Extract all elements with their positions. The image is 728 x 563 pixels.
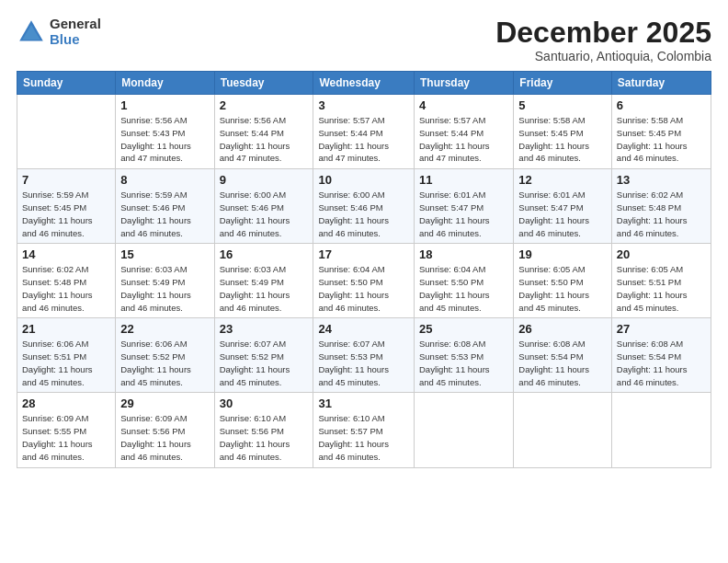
- calendar-cell: 3Sunrise: 5:57 AM Sunset: 5:44 PM Daylig…: [313, 95, 415, 169]
- day-header-saturday: Saturday: [611, 72, 711, 95]
- day-number: 15: [120, 247, 209, 261]
- day-info: Sunrise: 6:00 AM Sunset: 5:46 PM Dayligh…: [220, 190, 290, 237]
- week-row-2: 14Sunrise: 6:02 AM Sunset: 5:48 PM Dayli…: [17, 244, 711, 318]
- day-info: Sunrise: 5:59 AM Sunset: 5:46 PM Dayligh…: [120, 190, 191, 237]
- day-info: Sunrise: 6:03 AM Sunset: 5:49 PM Dayligh…: [120, 264, 191, 312]
- day-info: Sunrise: 6:06 AM Sunset: 5:52 PM Dayligh…: [120, 339, 191, 386]
- day-number: 2: [220, 98, 309, 112]
- day-header-tuesday: Tuesday: [214, 72, 313, 95]
- calendar-cell: 24Sunrise: 6:07 AM Sunset: 5:53 PM Dayli…: [313, 318, 415, 393]
- week-row-1: 7Sunrise: 5:59 AM Sunset: 5:45 PM Daylig…: [17, 169, 711, 244]
- day-number: 14: [22, 247, 110, 261]
- day-info: Sunrise: 6:09 AM Sunset: 5:55 PM Dayligh…: [22, 413, 93, 461]
- day-number: 18: [419, 247, 508, 261]
- day-number: 11: [419, 173, 508, 187]
- calendar-cell: 16Sunrise: 6:03 AM Sunset: 5:49 PM Dayli…: [214, 244, 313, 318]
- day-info: Sunrise: 5:58 AM Sunset: 5:45 PM Dayligh…: [518, 115, 589, 163]
- calendar-cell: 17Sunrise: 6:04 AM Sunset: 5:50 PM Dayli…: [313, 244, 415, 318]
- day-info: Sunrise: 6:00 AM Sunset: 5:46 PM Dayligh…: [318, 190, 389, 237]
- calendar-cell: [514, 393, 612, 467]
- day-info: Sunrise: 5:57 AM Sunset: 5:44 PM Dayligh…: [318, 115, 389, 163]
- day-info: Sunrise: 6:08 AM Sunset: 5:54 PM Dayligh…: [617, 339, 688, 386]
- day-info: Sunrise: 6:10 AM Sunset: 5:56 PM Dayligh…: [220, 413, 290, 461]
- day-info: Sunrise: 5:57 AM Sunset: 5:44 PM Dayligh…: [419, 115, 490, 163]
- day-info: Sunrise: 6:01 AM Sunset: 5:47 PM Dayligh…: [419, 190, 490, 237]
- calendar-cell: 7Sunrise: 5:59 AM Sunset: 5:45 PM Daylig…: [17, 169, 116, 244]
- day-number: 20: [617, 247, 706, 261]
- calendar: SundayMondayTuesdayWednesdayThursdayFrid…: [17, 71, 711, 467]
- calendar-cell: 23Sunrise: 6:07 AM Sunset: 5:52 PM Dayli…: [214, 318, 313, 393]
- day-info: Sunrise: 6:02 AM Sunset: 5:48 PM Dayligh…: [617, 190, 688, 237]
- day-header-friday: Friday: [514, 72, 612, 95]
- calendar-cell: 9Sunrise: 6:00 AM Sunset: 5:46 PM Daylig…: [214, 169, 313, 244]
- logo: General Blue: [17, 17, 101, 47]
- day-header-monday: Monday: [116, 72, 214, 95]
- subtitle: Santuario, Antioquia, Colombia: [495, 49, 711, 63]
- calendar-cell: 10Sunrise: 6:00 AM Sunset: 5:46 PM Dayli…: [313, 169, 415, 244]
- logo-general-text: General: [50, 17, 101, 32]
- day-number: 28: [22, 396, 110, 410]
- header: General Blue December 2025 Santuario, An…: [17, 17, 711, 63]
- logo-icon: [17, 17, 46, 47]
- day-info: Sunrise: 5:59 AM Sunset: 5:45 PM Dayligh…: [22, 190, 93, 237]
- day-info: Sunrise: 6:02 AM Sunset: 5:48 PM Dayligh…: [22, 264, 93, 312]
- calendar-cell: 22Sunrise: 6:06 AM Sunset: 5:52 PM Dayli…: [116, 318, 214, 393]
- day-info: Sunrise: 5:56 AM Sunset: 5:43 PM Dayligh…: [120, 115, 191, 163]
- day-info: Sunrise: 6:03 AM Sunset: 5:49 PM Dayligh…: [220, 264, 290, 312]
- day-number: 3: [318, 98, 409, 112]
- day-info: Sunrise: 6:01 AM Sunset: 5:47 PM Dayligh…: [518, 190, 589, 237]
- calendar-cell: 29Sunrise: 6:09 AM Sunset: 5:56 PM Dayli…: [116, 393, 214, 467]
- calendar-cell: 18Sunrise: 6:04 AM Sunset: 5:50 PM Dayli…: [415, 244, 514, 318]
- title-block: December 2025 Santuario, Antioquia, Colo…: [495, 17, 711, 63]
- day-number: 31: [318, 396, 409, 410]
- calendar-cell: 31Sunrise: 6:10 AM Sunset: 5:57 PM Dayli…: [313, 393, 415, 467]
- day-number: 25: [419, 322, 508, 336]
- day-number: 9: [220, 173, 309, 187]
- day-header-wednesday: Wednesday: [313, 72, 415, 95]
- day-number: 21: [22, 322, 110, 336]
- page: General Blue December 2025 Santuario, An…: [0, 0, 728, 563]
- calendar-cell: 12Sunrise: 6:01 AM Sunset: 5:47 PM Dayli…: [514, 169, 612, 244]
- calendar-cell: 25Sunrise: 6:08 AM Sunset: 5:53 PM Dayli…: [415, 318, 514, 393]
- calendar-cell: 13Sunrise: 6:02 AM Sunset: 5:48 PM Dayli…: [611, 169, 711, 244]
- logo-blue-text: Blue: [50, 32, 101, 48]
- calendar-cell: 2Sunrise: 5:56 AM Sunset: 5:44 PM Daylig…: [214, 95, 313, 169]
- calendar-cell: [415, 393, 514, 467]
- main-title: December 2025: [495, 17, 711, 49]
- day-number: 30: [220, 396, 309, 410]
- calendar-cell: 27Sunrise: 6:08 AM Sunset: 5:54 PM Dayli…: [611, 318, 711, 393]
- calendar-cell: 8Sunrise: 5:59 AM Sunset: 5:46 PM Daylig…: [116, 169, 214, 244]
- day-info: Sunrise: 6:04 AM Sunset: 5:50 PM Dayligh…: [419, 264, 490, 312]
- day-header-sunday: Sunday: [17, 72, 116, 95]
- week-row-4: 28Sunrise: 6:09 AM Sunset: 5:55 PM Dayli…: [17, 393, 711, 467]
- day-info: Sunrise: 6:10 AM Sunset: 5:57 PM Dayligh…: [318, 413, 389, 461]
- day-header-thursday: Thursday: [415, 72, 514, 95]
- calendar-cell: 19Sunrise: 6:05 AM Sunset: 5:50 PM Dayli…: [514, 244, 612, 318]
- day-number: 5: [518, 98, 607, 112]
- calendar-cell: 21Sunrise: 6:06 AM Sunset: 5:51 PM Dayli…: [17, 318, 116, 393]
- day-info: Sunrise: 6:08 AM Sunset: 5:53 PM Dayligh…: [419, 339, 490, 386]
- day-number: 1: [120, 98, 209, 112]
- day-info: Sunrise: 6:07 AM Sunset: 5:52 PM Dayligh…: [220, 339, 290, 386]
- day-info: Sunrise: 6:05 AM Sunset: 5:50 PM Dayligh…: [518, 264, 589, 312]
- day-info: Sunrise: 5:58 AM Sunset: 5:45 PM Dayligh…: [617, 115, 688, 163]
- day-info: Sunrise: 6:09 AM Sunset: 5:56 PM Dayligh…: [120, 413, 191, 461]
- day-info: Sunrise: 5:56 AM Sunset: 5:44 PM Dayligh…: [220, 115, 290, 163]
- day-info: Sunrise: 6:05 AM Sunset: 5:51 PM Dayligh…: [617, 264, 688, 312]
- week-row-3: 21Sunrise: 6:06 AM Sunset: 5:51 PM Dayli…: [17, 318, 711, 393]
- day-number: 7: [22, 173, 110, 187]
- day-number: 29: [120, 396, 209, 410]
- calendar-cell: 20Sunrise: 6:05 AM Sunset: 5:51 PM Dayli…: [611, 244, 711, 318]
- calendar-cell: 4Sunrise: 5:57 AM Sunset: 5:44 PM Daylig…: [415, 95, 514, 169]
- day-info: Sunrise: 6:07 AM Sunset: 5:53 PM Dayligh…: [318, 339, 389, 386]
- day-number: 19: [518, 247, 607, 261]
- calendar-cell: 6Sunrise: 5:58 AM Sunset: 5:45 PM Daylig…: [611, 95, 711, 169]
- day-number: 4: [419, 98, 508, 112]
- calendar-cell: [611, 393, 711, 467]
- week-row-0: 1Sunrise: 5:56 AM Sunset: 5:43 PM Daylig…: [17, 95, 711, 169]
- day-number: 23: [220, 322, 309, 336]
- day-number: 26: [518, 322, 607, 336]
- calendar-cell: 14Sunrise: 6:02 AM Sunset: 5:48 PM Dayli…: [17, 244, 116, 318]
- day-number: 17: [318, 247, 409, 261]
- day-number: 13: [617, 173, 706, 187]
